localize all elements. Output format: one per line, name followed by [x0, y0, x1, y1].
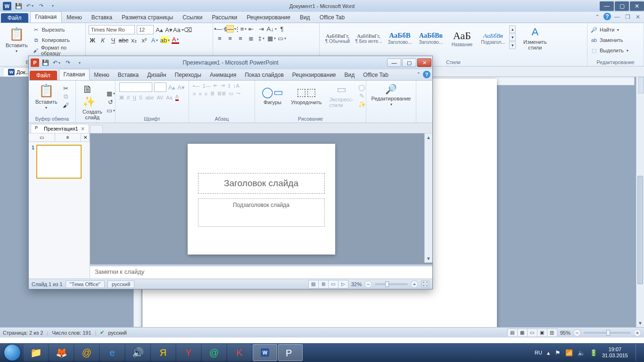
pp-qat-more-icon[interactable]: [74, 58, 84, 67]
side-panel-toggle[interactable]: [638, 77, 644, 93]
task-yandex[interactable]: Я: [151, 344, 175, 361]
borders-icon[interactable]: ▭: [278, 34, 286, 42]
pp-zoom-in-icon[interactable]: +: [411, 280, 418, 288]
pp-tab-trans[interactable]: Переходы: [171, 70, 206, 80]
pp-tab-file[interactable]: Файл: [30, 71, 57, 80]
window-close-icon[interactable]: ✕: [634, 13, 642, 21]
tray-sound-icon[interactable]: 🔈: [578, 349, 585, 356]
underline-icon[interactable]: Ч: [109, 36, 117, 44]
task-mail[interactable]: @: [74, 344, 99, 361]
thumbs-slides-tab[interactable]: ▭: [29, 133, 55, 141]
task-firefox[interactable]: 🦊: [49, 344, 74, 361]
styles-scroll[interactable]: ▴▾▾: [509, 25, 516, 49]
pp-painter-icon[interactable]: 🖌: [62, 101, 70, 109]
pp-tab-insert[interactable]: Вставка: [114, 70, 143, 80]
tab-mail[interactable]: Рассылки: [207, 12, 242, 23]
cut-button[interactable]: ✂Вырезать: [33, 25, 83, 34]
change-case-icon[interactable]: Aa: [174, 26, 182, 33]
shrink-font-icon[interactable]: A▾: [165, 26, 173, 33]
pp-tab-design[interactable]: Дизайн: [143, 70, 170, 80]
arrange-button[interactable]: ⬚⬚Упорядочить: [288, 85, 324, 106]
thumbs-outline-tab[interactable]: ≡: [55, 133, 82, 141]
shading-icon[interactable]: ▦: [268, 34, 275, 42]
pp-tab-view[interactable]: Вид: [340, 70, 359, 80]
line-spacing-icon[interactable]: ‡: [257, 34, 265, 42]
pp-new-tab[interactable]: [90, 125, 103, 133]
task-word[interactable]: W: [253, 344, 277, 361]
superscript-icon[interactable]: x²: [140, 36, 148, 44]
tray-clock[interactable]: 19:0731.03.2015: [602, 346, 628, 358]
pp-minimize-icon[interactable]: —: [387, 58, 401, 67]
notes-pane[interactable]: Заметки к слайду: [90, 264, 432, 279]
grow-font-icon[interactable]: A▴: [156, 26, 163, 33]
window-restore-icon[interactable]: ❐: [623, 13, 632, 21]
pp-paste-button[interactable]: 📋Вставить▾: [33, 82, 60, 111]
pp-status-theme[interactable]: "Тема Office": [66, 280, 105, 288]
zoom-slider[interactable]: [584, 332, 631, 334]
thumbs-close-icon[interactable]: ✕: [81, 133, 90, 141]
tray-network-icon[interactable]: 📶: [565, 349, 573, 356]
zoom-out-icon[interactable]: −: [573, 329, 581, 337]
pp-tab-review[interactable]: Рецензирование: [288, 70, 340, 80]
view-buttons[interactable]: ▤▦▭▣▥: [508, 329, 557, 337]
pp-status-lang[interactable]: русский: [107, 280, 134, 288]
task-y2[interactable]: Y: [176, 344, 201, 361]
qat-more-icon[interactable]: [47, 1, 58, 11]
pp-tab-show[interactable]: Показ слайдов: [240, 70, 288, 80]
status-words[interactable]: Число слов: 191: [52, 330, 91, 336]
select-button[interactable]: ⬚Выделить▾: [590, 46, 641, 55]
pp-titlebar[interactable]: P Презентация1 - Microsoft PowerPoint — …: [29, 56, 432, 69]
pp-status-slide[interactable]: Слайд 1 из 1: [32, 281, 63, 287]
save-icon[interactable]: [13, 1, 24, 11]
pp-close-icon[interactable]: ✕: [417, 58, 431, 67]
pp-ribbon-collapse-icon[interactable]: ⌃: [416, 71, 421, 78]
tray-flag-icon[interactable]: ⚑: [555, 349, 561, 356]
indent-inc-icon[interactable]: ⇥: [257, 25, 265, 33]
task-k[interactable]: K: [227, 344, 252, 361]
pp-tab-office[interactable]: Office Tab: [359, 70, 393, 80]
pp-zoom-value[interactable]: 32%: [351, 281, 362, 287]
slide-thumb-1[interactable]: 1: [29, 142, 90, 181]
fit-to-window-icon[interactable]: ⛶: [421, 280, 429, 288]
tab-view[interactable]: Вид: [295, 12, 315, 23]
pp-redo-icon[interactable]: [63, 58, 73, 67]
scroll-down-icon[interactable]: ▼: [636, 319, 644, 327]
tab-file[interactable]: Файл: [1, 13, 28, 23]
undo-icon[interactable]: [25, 1, 35, 11]
tab-insert[interactable]: Вставка: [87, 12, 117, 23]
zoom-in-icon[interactable]: +: [634, 329, 641, 337]
tab-home[interactable]: Главная: [30, 11, 62, 23]
pp-zoom-out-icon[interactable]: −: [364, 280, 372, 288]
title-placeholder[interactable]: Заголовок слайда: [198, 173, 325, 194]
format-painter-button[interactable]: 🖌Формат по образцу: [33, 46, 83, 55]
copy-button[interactable]: ⧉Копировать: [33, 35, 83, 45]
pp-scrollbar[interactable]: ▲▼: [424, 133, 432, 263]
find-button[interactable]: 🔎Найти▾: [590, 25, 641, 34]
tab-close-icon[interactable]: ✕: [81, 126, 85, 132]
subtitle-placeholder[interactable]: Подзаголовок слайда: [198, 198, 325, 227]
reset-icon[interactable]: ↺: [107, 98, 115, 106]
font-color-icon[interactable]: A: [172, 36, 179, 44]
help-icon[interactable]: ?: [603, 13, 611, 20]
numbering-icon[interactable]: 1―: [226, 25, 234, 33]
indent-dec-icon[interactable]: ⇤: [247, 25, 255, 33]
new-slide-button[interactable]: 🗎✨Создать слайд: [80, 82, 105, 121]
tray-battery-icon[interactable]: 🔋: [590, 349, 597, 356]
start-button[interactable]: [2, 344, 23, 361]
shapes-button[interactable]: ◯▭Фигуры: [259, 85, 286, 106]
task-ie[interactable]: e: [100, 344, 124, 361]
pp-doc-tab[interactable]: PПрезентация1✕: [31, 124, 89, 133]
minimize-icon[interactable]: —: [600, 1, 614, 11]
ribbon-collapse-icon[interactable]: ⌃: [593, 13, 602, 21]
bold-icon[interactable]: Ж: [89, 36, 96, 44]
font-size-combo[interactable]: 12: [137, 25, 154, 34]
layout-icon[interactable]: ▦: [107, 90, 115, 97]
pp-save-icon[interactable]: [40, 58, 50, 67]
tray-lang[interactable]: RU: [535, 350, 542, 355]
pp-view-buttons[interactable]: ▤⊞▭▷: [309, 280, 348, 288]
maximize-icon[interactable]: ▢: [615, 1, 629, 11]
font-name-combo[interactable]: Times New Ro: [89, 25, 135, 34]
justify-icon[interactable]: ≣: [247, 34, 255, 42]
task-at[interactable]: @: [202, 344, 226, 361]
multilevel-icon[interactable]: ⋮≡: [237, 25, 244, 33]
